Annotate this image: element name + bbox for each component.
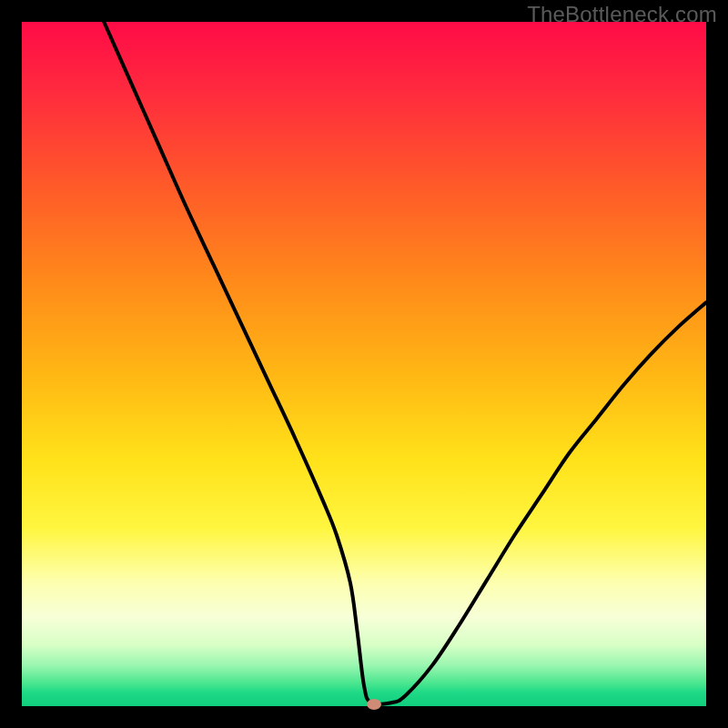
watermark-text: TheBottleneck.com xyxy=(527,2,717,27)
gradient-plot-area xyxy=(22,22,706,706)
chart-frame: TheBottleneck.com xyxy=(0,0,728,728)
optimum-marker xyxy=(367,699,381,710)
